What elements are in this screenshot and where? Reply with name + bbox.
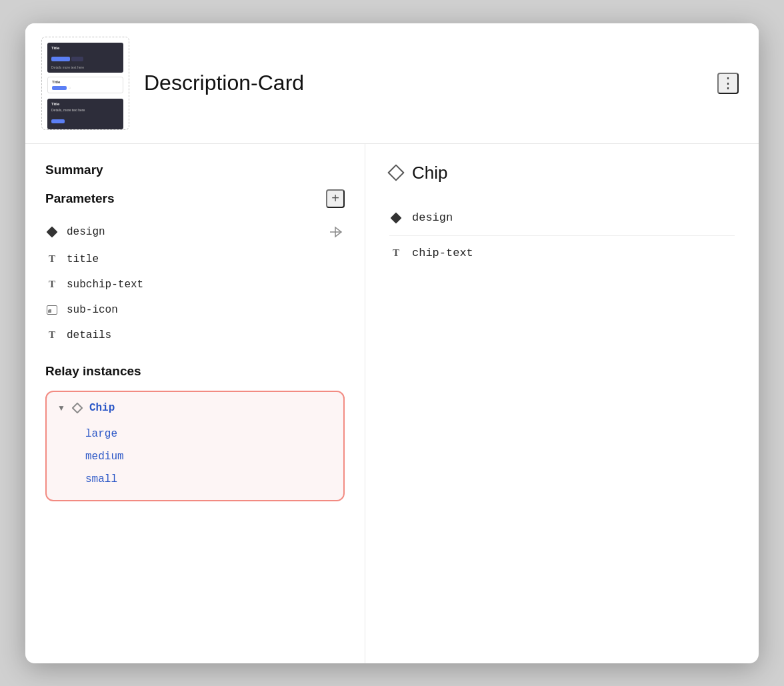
right-param-design: design <box>389 203 735 233</box>
relay-chip-large[interactable]: large <box>57 423 333 445</box>
more-options-button[interactable]: ⋮ <box>717 73 739 94</box>
relay-chip-name-label: Chip <box>89 402 115 414</box>
relay-chip-small[interactable]: small <box>57 468 333 491</box>
image-icon-sub <box>45 303 59 317</box>
right-param-chip-text-label: chip-text <box>412 247 473 259</box>
right-component-name: Chip <box>412 163 447 183</box>
right-param-chip-text: T chip-text <box>389 239 735 268</box>
chevron-down-icon: ▼ <box>57 403 65 413</box>
t-text-icon-title: T <box>45 253 59 266</box>
relay-instances-section: Relay instances ▼ Chip large medium smal… <box>45 364 345 501</box>
param-sub-icon: sub-icon <box>45 297 345 323</box>
summary-heading: Summary <box>45 163 345 177</box>
relay-instances-heading: Relay instances <box>45 364 345 379</box>
relay-chip-header[interactable]: ▼ Chip <box>57 401 333 415</box>
parameters-heading: Parameters <box>45 191 115 206</box>
param-divider <box>389 235 735 236</box>
param-subchip-text: T subchip-text <box>45 272 345 297</box>
relay-diamond-outline-icon <box>71 401 84 415</box>
t-text-icon-subchip: T <box>45 278 59 291</box>
param-design: design <box>45 217 345 247</box>
relay-chip-medium[interactable]: medium <box>57 445 333 468</box>
param-details-label: details <box>67 329 111 341</box>
param-title: T title <box>45 247 345 272</box>
right-diamond-filled-icon <box>389 211 403 225</box>
right-t-text-icon: T <box>389 247 403 260</box>
param-title-label: title <box>67 253 99 265</box>
relay-instances-box: ▼ Chip large medium small <box>45 391 345 501</box>
right-column: Chip design T chip-text <box>365 144 759 663</box>
main-window: Title Details more text here Title □ Tit… <box>25 23 759 663</box>
main-body: Summary Parameters + design <box>25 144 759 663</box>
param-sub-icon-label: sub-icon <box>67 304 118 316</box>
component-thumbnail: Title Details more text here Title □ Tit… <box>41 37 129 130</box>
right-diamond-outline-icon <box>389 166 403 179</box>
param-details: T details <box>45 323 345 348</box>
right-component-header: Chip <box>389 163 735 183</box>
arrow-right-icon <box>329 226 343 238</box>
param-design-arrow[interactable] <box>327 223 345 241</box>
diamond-filled-icon <box>45 225 59 239</box>
parameters-section-header: Parameters + <box>45 189 345 208</box>
left-column: Summary Parameters + design <box>25 144 365 663</box>
right-param-design-label: design <box>412 211 453 224</box>
param-design-label: design <box>67 226 105 238</box>
add-parameter-button[interactable]: + <box>326 189 345 208</box>
page-title: Description-Card <box>144 71 703 95</box>
param-subchip-text-label: subchip-text <box>67 279 143 291</box>
t-text-icon-details: T <box>45 329 59 342</box>
header: Title Details more text here Title □ Tit… <box>25 23 759 144</box>
